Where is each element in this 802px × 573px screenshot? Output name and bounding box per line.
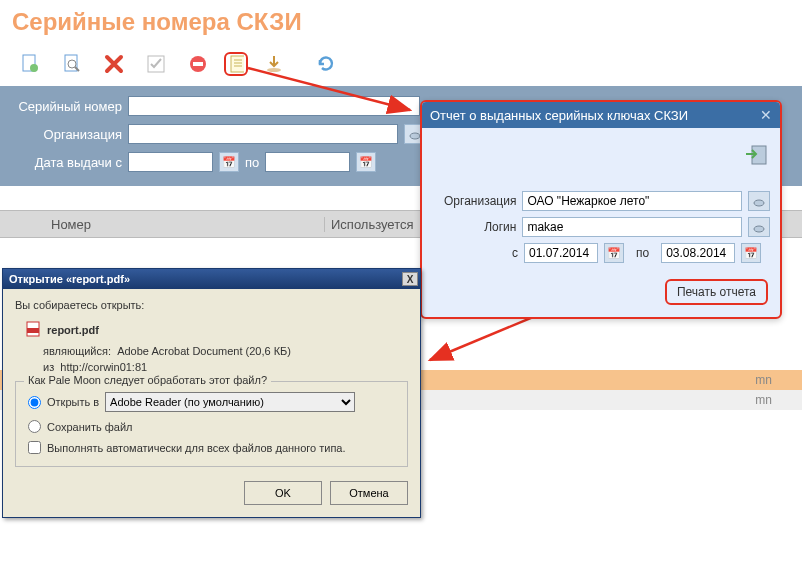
date-to-input[interactable] [265, 152, 350, 172]
serial-input[interactable] [128, 96, 420, 116]
date-to-label: по [245, 155, 259, 170]
kind-label: являющийся: [43, 345, 111, 357]
svg-point-1 [30, 64, 38, 72]
check-icon[interactable] [144, 52, 168, 76]
open-file-name: report.pdf [47, 324, 99, 336]
report-org-lookup-icon[interactable] [748, 191, 770, 211]
block-icon[interactable] [186, 52, 210, 76]
col-number[interactable]: Номер [45, 217, 325, 232]
report-dialog: Отчет о выданных серийных ключах СКЗИ ✕ … [420, 100, 782, 319]
ok-button[interactable]: OK [244, 481, 322, 505]
svg-point-15 [754, 200, 764, 206]
open-with-label: Открыть в [47, 396, 99, 408]
group-legend: Как Pale Moon следует обработать этот фа… [24, 374, 271, 386]
svg-point-16 [754, 226, 764, 232]
org-label: Организация [12, 127, 122, 142]
open-with-select[interactable]: Adobe Reader (по умолчанию) [105, 392, 355, 412]
report-title: Отчет о выданных серийных ключах СКЗИ [430, 108, 688, 123]
open-file-title: Открытие «report.pdf» [9, 273, 130, 285]
row-login: mn [742, 393, 802, 407]
report-login-lookup-icon[interactable] [748, 217, 770, 237]
org-input[interactable] [128, 124, 398, 144]
svg-rect-18 [27, 328, 39, 333]
date-from-label: Дата выдачи с [12, 155, 122, 170]
row-login: mn [742, 373, 802, 387]
search-icon[interactable] [60, 52, 84, 76]
report-org-label: Организация [432, 194, 516, 208]
report-to-input[interactable] [661, 243, 735, 263]
report-to-label: по [630, 246, 655, 260]
report-login-label: Логин [432, 220, 516, 234]
save-label: Сохранить файл [47, 421, 132, 433]
open-with-radio[interactable] [28, 396, 41, 409]
download-icon[interactable] [262, 52, 286, 76]
close-icon[interactable]: ✕ [760, 107, 772, 123]
auto-checkbox[interactable] [28, 441, 41, 454]
calendar-to-icon[interactable]: 📅 [356, 152, 376, 172]
export-icon[interactable] [744, 142, 770, 171]
toolbar [0, 48, 802, 86]
print-report-button[interactable]: Печать отчета [665, 279, 768, 305]
svg-point-13 [410, 133, 420, 139]
auto-label: Выполнять автоматически для всех файлов … [47, 442, 346, 454]
report-calendar-from-icon[interactable]: 📅 [604, 243, 624, 263]
cancel-button[interactable]: Отмена [330, 481, 408, 505]
calendar-from-icon[interactable]: 📅 [219, 152, 239, 172]
refresh-icon[interactable] [314, 52, 338, 76]
svg-rect-7 [193, 62, 203, 66]
report-org-input[interactable] [522, 191, 742, 211]
report-calendar-to-icon[interactable]: 📅 [741, 243, 761, 263]
pdf-icon [25, 321, 41, 339]
from-value: http://corwin01:81 [60, 361, 147, 373]
new-icon[interactable] [18, 52, 42, 76]
kind-value: Adobe Acrobat Document (20,6 КБ) [117, 345, 291, 357]
delete-icon[interactable] [102, 52, 126, 76]
serial-label: Серийный номер [12, 99, 122, 114]
open-file-titlebar[interactable]: Открытие «report.pdf» X [3, 269, 420, 289]
svg-rect-8 [231, 56, 244, 72]
window-close-icon[interactable]: X [402, 272, 418, 286]
from-label: из [43, 361, 54, 373]
report-from-input[interactable] [524, 243, 598, 263]
page-title: Серийные номера СКЗИ [0, 0, 802, 48]
report-icon[interactable] [224, 52, 248, 76]
report-login-input[interactable] [522, 217, 742, 237]
report-titlebar[interactable]: Отчет о выданных серийных ключах СКЗИ ✕ [422, 102, 780, 128]
date-from-input[interactable] [128, 152, 213, 172]
save-radio[interactable] [28, 420, 41, 433]
svg-point-12 [267, 68, 281, 72]
open-file-dialog: Открытие «report.pdf» X Вы собираетесь о… [2, 268, 421, 518]
open-file-line1: Вы собираетесь открыть: [15, 299, 408, 311]
report-from-label: с [432, 246, 518, 260]
